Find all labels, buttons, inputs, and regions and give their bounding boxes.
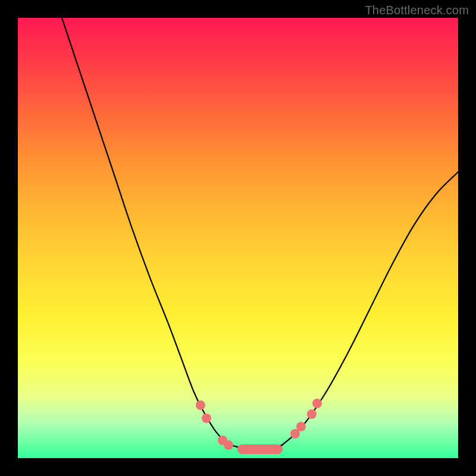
plot-area [18, 18, 458, 458]
curve-marker [312, 399, 322, 408]
curve-marker [202, 414, 211, 423]
valley-pill-marker [237, 444, 283, 454]
curve-svg [18, 18, 458, 458]
curve-marker [196, 400, 205, 410]
watermark-text: TheBottleneck.com [365, 4, 469, 17]
curve-marker [224, 440, 233, 450]
chart-frame: TheBottleneck.com [0, 0, 476, 476]
bottleneck-curve [62, 18, 458, 450]
curve-marker [296, 422, 306, 431]
curve-marker [307, 409, 317, 419]
